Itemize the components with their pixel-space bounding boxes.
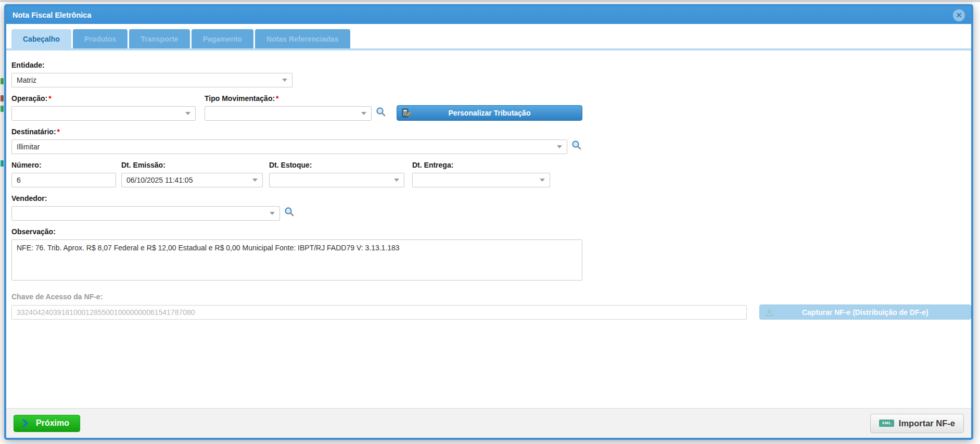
chevron-down-icon	[185, 112, 190, 115]
background-page-edge	[0, 0, 980, 2]
close-icon[interactable]: ✕	[953, 9, 965, 21]
dt-emissao-label: Dt. Emissão:	[121, 161, 263, 169]
vendedor-search-icon[interactable]	[284, 206, 295, 219]
chevron-down-icon	[282, 79, 287, 82]
dt-estoque-select[interactable]	[269, 173, 404, 187]
personalizar-tributacao-button[interactable]: Personalizar Tributação	[397, 105, 582, 121]
personalizar-tributacao-label: Personalizar Tributação	[449, 109, 531, 117]
operacao-select[interactable]	[11, 106, 196, 121]
proximo-label: Próximo	[36, 418, 69, 428]
numero-label: Número:	[11, 161, 116, 169]
destinatario-label: Destinatário:*	[11, 128, 567, 136]
vendedor-select[interactable]	[11, 206, 280, 221]
entidade-label: Entidade:	[11, 61, 971, 69]
observacao-label: Observação:	[11, 227, 971, 236]
importar-nfe-label: Importar NF-e	[899, 418, 955, 428]
entidade-select[interactable]: Matriz	[11, 73, 292, 87]
tab-transporte[interactable]: Transporte	[129, 29, 189, 48]
chevron-down-icon	[540, 179, 545, 182]
tab-strip: Cabeçalho Produtos Transporte Pagamento …	[6, 24, 971, 50]
dialog-footer: Próximo XML Importar NF-e	[6, 408, 971, 438]
download-icon	[765, 308, 774, 319]
form-body: Entidade: Matriz Operação:* Tipo Movim	[6, 50, 971, 408]
dt-entrega-select[interactable]	[412, 173, 550, 187]
tab-produtos[interactable]: Produtos	[73, 29, 128, 48]
tab-pagamento[interactable]: Pagamento	[192, 29, 253, 48]
required-asterisk: *	[276, 94, 278, 103]
entidade-value: Matriz	[17, 76, 279, 84]
tipo-movimentacao-label: Tipo Movimentação:*	[205, 94, 372, 103]
chave-acesso-input	[11, 305, 747, 320]
dialog-titlebar: Nota Fiscal Eletrônica ✕	[6, 6, 971, 24]
chevron-down-icon	[252, 179, 258, 182]
dt-emissao-value: 06/10/2025 11:41:05	[126, 176, 249, 184]
destinatario-select[interactable]: Illimitar	[11, 139, 567, 154]
dialog-title: Nota Fiscal Eletrônica	[12, 11, 92, 19]
background-sidebar-icon	[1, 95, 4, 102]
background-sidebar-icon	[1, 78, 4, 84]
chevron-down-icon	[270, 212, 275, 215]
background-sidebar-icon	[1, 160, 4, 167]
dt-emissao-select[interactable]: 06/10/2025 11:41:05	[121, 173, 263, 187]
calculator-edit-icon	[402, 108, 411, 120]
destinatario-value: Illimitar	[17, 143, 554, 151]
chave-acesso-label: Chave de Acesso da NF-e:	[11, 293, 971, 301]
chevron-down-icon	[361, 112, 366, 115]
chevron-right-icon	[20, 418, 30, 428]
importar-nfe-button[interactable]: XML Importar NF-e	[870, 414, 964, 433]
background-sidebar-icon	[1, 106, 4, 112]
vendedor-label: Vendedor:	[11, 194, 280, 202]
nfe-dialog: Nota Fiscal Eletrônica ✕ Cabeçalho Produ…	[4, 4, 973, 440]
capturar-nfe-label: Capturar NF-e (Distribuição de DF-e)	[802, 308, 928, 316]
observacao-textarea[interactable]: NFE: 76. Trib. Aprox. R$ 8,07 Federal e …	[11, 239, 582, 281]
chevron-down-icon	[394, 179, 399, 182]
dt-estoque-label: Dt. Estoque:	[269, 161, 404, 169]
required-asterisk: *	[57, 128, 60, 136]
tab-cabecalho[interactable]: Cabeçalho	[11, 29, 71, 48]
proximo-button[interactable]: Próximo	[14, 415, 80, 432]
dt-entrega-label: Dt. Entrega:	[412, 161, 550, 169]
tipo-movimentacao-search-icon[interactable]	[375, 106, 386, 119]
destinatario-search-icon[interactable]	[571, 139, 582, 153]
tab-notas-referenciadas[interactable]: Notas Referenciadas	[255, 29, 350, 48]
required-asterisk: *	[48, 94, 51, 103]
tipo-movimentacao-select[interactable]	[205, 106, 372, 121]
chevron-down-icon	[557, 145, 562, 148]
operacao-label: Operação:*	[11, 94, 196, 103]
numero-input[interactable]	[11, 173, 116, 187]
xml-badge-icon: XML	[879, 420, 894, 427]
capturar-nfe-button: Capturar NF-e (Distribuição de DF-e)	[759, 305, 971, 320]
